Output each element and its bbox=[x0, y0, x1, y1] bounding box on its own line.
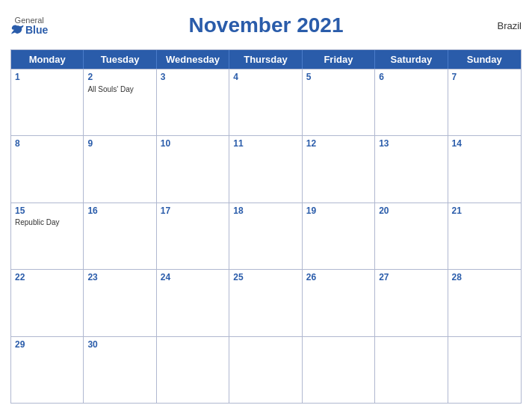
day-cell: 15Republic Day bbox=[11, 203, 84, 269]
col-header-tuesday: Tuesday bbox=[84, 50, 156, 69]
calendar-grid: MondayTuesdayWednesdayThursdayFridaySatu… bbox=[10, 49, 522, 404]
calendar-page: General Blue November 2021 Brazil Monday… bbox=[0, 0, 532, 411]
day-number: 13 bbox=[379, 138, 443, 150]
day-cell bbox=[448, 337, 521, 403]
day-number: 9 bbox=[87, 138, 152, 150]
day-number: 17 bbox=[161, 206, 225, 217]
day-cell: 3 bbox=[157, 69, 229, 135]
day-cell: 16 bbox=[84, 203, 156, 269]
day-number: 11 bbox=[233, 138, 297, 150]
day-number: 7 bbox=[452, 72, 517, 84]
day-cell: 11 bbox=[229, 136, 302, 202]
day-number: 30 bbox=[87, 339, 152, 351]
day-cell bbox=[157, 337, 229, 403]
col-header-sunday: Sunday bbox=[448, 50, 521, 69]
day-cell: 6 bbox=[375, 69, 448, 135]
day-number: 26 bbox=[306, 272, 371, 284]
day-event: All Souls' Day bbox=[87, 85, 152, 94]
day-cell bbox=[229, 337, 302, 403]
col-header-monday: Monday bbox=[11, 50, 84, 69]
day-cell: 4 bbox=[229, 69, 302, 135]
day-cell: 27 bbox=[375, 270, 448, 336]
day-number: 8 bbox=[15, 138, 79, 150]
day-number: 16 bbox=[87, 206, 152, 217]
country-label: Brazil bbox=[497, 20, 522, 31]
calendar-header: General Blue November 2021 Brazil bbox=[10, 7, 522, 43]
day-number: 12 bbox=[306, 138, 371, 150]
col-header-wednesday: Wednesday bbox=[157, 50, 229, 69]
logo: General Blue bbox=[10, 16, 48, 35]
day-cell: 18 bbox=[229, 203, 302, 269]
calendar-weeks: 12All Souls' Day3456789101112131415Repub… bbox=[11, 69, 521, 403]
day-number: 29 bbox=[15, 339, 79, 351]
week-row-2: 891011121314 bbox=[11, 135, 521, 202]
day-cell bbox=[375, 337, 448, 403]
day-number: 24 bbox=[161, 272, 225, 284]
col-header-friday: Friday bbox=[303, 50, 375, 69]
day-cell: 29 bbox=[11, 337, 84, 403]
day-number: 27 bbox=[379, 272, 443, 284]
week-row-3: 15Republic Day161718192021 bbox=[11, 203, 521, 269]
week-row-5: 2930 bbox=[11, 336, 521, 403]
day-number: 3 bbox=[161, 72, 225, 84]
day-number: 6 bbox=[379, 72, 443, 84]
day-cell bbox=[303, 337, 375, 403]
column-headers: MondayTuesdayWednesdayThursdayFridaySatu… bbox=[11, 50, 521, 69]
day-cell: 20 bbox=[375, 203, 448, 269]
day-cell: 14 bbox=[448, 136, 521, 202]
day-cell: 25 bbox=[229, 270, 302, 336]
day-cell: 1 bbox=[11, 69, 84, 135]
logo-blue-text: Blue bbox=[10, 25, 48, 35]
day-cell: 5 bbox=[303, 69, 375, 135]
day-cell: 12 bbox=[303, 136, 375, 202]
day-number: 25 bbox=[233, 272, 297, 284]
day-number: 23 bbox=[87, 272, 152, 284]
day-cell: 13 bbox=[375, 136, 448, 202]
day-cell: 22 bbox=[11, 270, 84, 336]
day-cell: 7 bbox=[448, 69, 521, 135]
day-number: 28 bbox=[452, 272, 517, 284]
day-cell: 10 bbox=[157, 136, 229, 202]
day-number: 1 bbox=[15, 72, 79, 84]
logo-bird-icon bbox=[10, 25, 24, 35]
col-header-saturday: Saturday bbox=[375, 50, 448, 69]
day-cell: 9 bbox=[84, 136, 156, 202]
day-number: 4 bbox=[233, 72, 297, 84]
day-cell: 2All Souls' Day bbox=[84, 69, 156, 135]
day-number: 5 bbox=[306, 72, 371, 84]
day-cell: 23 bbox=[84, 270, 156, 336]
day-number: 10 bbox=[161, 138, 225, 150]
day-cell: 8 bbox=[11, 136, 84, 202]
day-number: 19 bbox=[306, 206, 371, 217]
day-number: 18 bbox=[233, 206, 297, 217]
day-event: Republic Day bbox=[15, 218, 79, 227]
day-cell: 28 bbox=[448, 270, 521, 336]
day-cell: 19 bbox=[303, 203, 375, 269]
week-row-1: 12All Souls' Day34567 bbox=[11, 69, 521, 135]
day-number: 21 bbox=[452, 206, 517, 217]
page-title: November 2021 bbox=[188, 13, 343, 37]
col-header-thursday: Thursday bbox=[229, 50, 302, 69]
day-cell: 24 bbox=[157, 270, 229, 336]
day-number: 15 bbox=[15, 206, 79, 217]
day-number: 14 bbox=[452, 138, 517, 150]
week-row-4: 22232425262728 bbox=[11, 269, 521, 336]
day-cell: 26 bbox=[303, 270, 375, 336]
day-cell: 21 bbox=[448, 203, 521, 269]
day-cell: 17 bbox=[157, 203, 229, 269]
day-number: 2 bbox=[87, 72, 152, 84]
day-number: 20 bbox=[379, 206, 443, 217]
day-number: 22 bbox=[15, 272, 79, 284]
day-cell: 30 bbox=[84, 337, 156, 403]
